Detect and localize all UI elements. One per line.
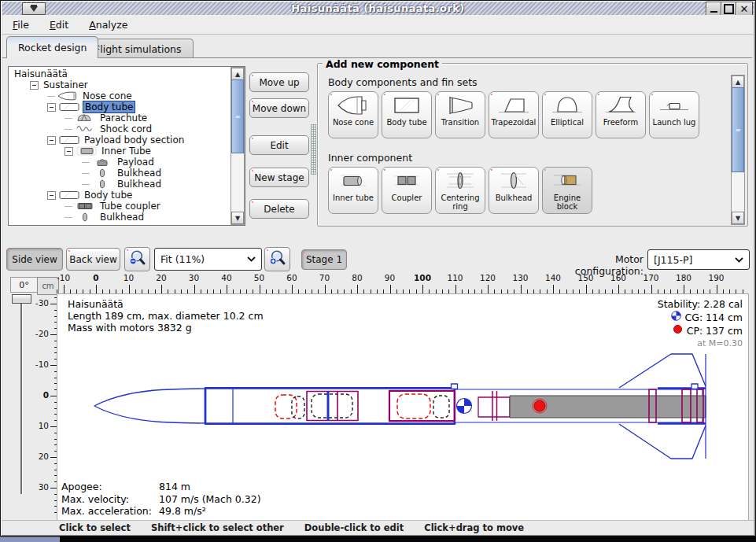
tree-item-payload-body-section[interactable]: Payload body section <box>9 135 228 146</box>
stage-1-toggle[interactable]: Stage 1 <box>301 249 347 270</box>
bodytube-icon <box>59 135 83 145</box>
add-launch-lug-button[interactable]: Launch lug <box>649 91 699 138</box>
back-view-button[interactable]: Back view <box>66 248 120 271</box>
add-freeform-button[interactable]: Freeform <box>596 91 646 138</box>
window-menu-button[interactable] <box>22 2 46 15</box>
component-button-label: Launch lug <box>653 119 696 127</box>
tree-expander-icon[interactable] <box>47 136 56 145</box>
tab-label: Rocket design <box>18 42 87 53</box>
chevron-down-icon <box>728 257 749 263</box>
add-trapezoidal-button[interactable]: Trapezoidal <box>489 91 539 138</box>
bulkhead-icon <box>92 168 116 178</box>
close-button[interactable]: ✕ <box>736 2 753 16</box>
scroll-down-button[interactable]: ▼ <box>732 212 744 224</box>
rotation-slider-handle[interactable] <box>12 294 31 304</box>
delete-button[interactable]: Delete <box>249 199 309 219</box>
new-stage-button[interactable]: New stage <box>249 168 309 187</box>
tree-expander-icon[interactable] <box>30 81 39 90</box>
minimize-button[interactable] <box>706 2 721 16</box>
trapezoidal-icon <box>496 92 531 119</box>
component-button-label: Body tube <box>386 119 426 127</box>
tree-item-body-tube[interactable]: Body tube <box>9 190 228 201</box>
tree-expander-icon[interactable] <box>47 103 56 112</box>
tree-item-shock-cord[interactable]: Shock cord <box>9 124 228 135</box>
move-up-button[interactable]: Move up <box>249 72 309 92</box>
tree-item-haisun-t-[interactable]: Haisunäätä <box>9 68 228 79</box>
tree-item-sustainer[interactable]: Sustainer <box>9 79 228 90</box>
add-bulkhead-button[interactable]: Bulkhead <box>489 167 539 214</box>
tree-item-bulkhead[interactable]: Bulkhead <box>9 212 228 223</box>
window-resize-corner[interactable] <box>0 536 60 542</box>
cp-icon <box>673 324 683 337</box>
menu-analyze[interactable]: Analyze <box>79 17 138 33</box>
motor-configuration-select[interactable]: [J115-P] <box>647 249 750 270</box>
ruler-label: 0 <box>35 390 49 400</box>
move-down-button[interactable]: Move down <box>249 98 309 118</box>
tree-expander-icon[interactable] <box>65 147 73 156</box>
tree-scrollbar[interactable]: ▲ ≡ ▼ <box>230 67 245 225</box>
zoom-level-select[interactable]: Fit (11%) <box>154 248 262 271</box>
add-engine-block-button[interactable]: Engine block <box>542 167 592 214</box>
tree-item-bulkhead[interactable]: Bulkhead <box>9 168 228 179</box>
tree-item-bulkhead[interactable]: Bulkhead <box>9 179 228 190</box>
ruler-label: 100 <box>409 273 436 282</box>
tree-item-body-tube[interactable]: Body tube <box>9 101 228 112</box>
ruler-tick <box>488 285 489 293</box>
title-bar[interactable]: Haisunäätä (haisunaata.ork) <box>2 2 754 15</box>
rotation-slider-track[interactable] <box>20 297 22 494</box>
menu-file[interactable]: File <box>2 17 39 33</box>
ruler-unit-label: cm <box>37 277 59 295</box>
add-elliptical-button[interactable]: Elliptical <box>542 91 592 138</box>
minimize-icon <box>710 11 717 13</box>
menu-edit[interactable]: Edit <box>39 17 79 33</box>
bodytube-icon <box>59 102 83 112</box>
zoom-out-icon <box>128 249 147 270</box>
scroll-down-button[interactable]: ▼ <box>231 212 244 224</box>
application-window: Haisunäätä (haisunaata.ork) ✕ FileEditAn… <box>0 0 756 542</box>
button-label: Side view <box>12 254 57 265</box>
add-nose-cone-button[interactable]: Nose cone <box>328 91 378 138</box>
scroll-up-button[interactable]: ▲ <box>732 76 744 88</box>
tree-connector <box>47 96 55 97</box>
add-centering-ring-button[interactable]: Centering ring <box>435 167 485 214</box>
tree-item-inner-tube[interactable]: Inner Tube <box>9 146 228 157</box>
component-button-label: Nose cone <box>333 119 374 127</box>
zoom-out-button[interactable] <box>124 247 150 271</box>
add-coupler-button[interactable]: Coupler <box>382 167 432 214</box>
tree-item-nose-cone[interactable]: Nose cone <box>9 90 228 101</box>
side-view-button[interactable]: Side view <box>6 248 63 271</box>
tree-expander-icon[interactable] <box>47 191 56 200</box>
ruler-tick <box>161 285 162 293</box>
edit-button[interactable]: Edit <box>249 135 309 155</box>
add-inner-tube-button[interactable]: Inner tube <box>328 167 378 214</box>
ruler-tick <box>521 285 522 293</box>
tree-item-tube-coupler[interactable]: Tube coupler <box>9 201 228 212</box>
tree-item-label: Body tube <box>83 101 135 113</box>
tree-item-parachute[interactable]: Parachute <box>9 112 228 124</box>
component-panel-scrollbar[interactable]: ▲ ≡ ▼ <box>731 75 745 225</box>
ruler-tick <box>455 285 456 293</box>
tab-flight-simulations[interactable]: Flight simulations <box>83 39 194 58</box>
scrollbar-thumb[interactable]: ≡ <box>231 79 244 153</box>
tree-item-label: Haisunäätä <box>13 68 69 79</box>
scroll-up-button[interactable]: ▲ <box>231 68 244 80</box>
add-transition-button[interactable]: Transition <box>435 91 485 138</box>
shockcord-icon <box>75 124 98 134</box>
scrollbar-thumb[interactable]: ≡ <box>732 87 744 172</box>
tab-rocket-design[interactable]: Rocket design <box>6 36 98 58</box>
maximize-button[interactable] <box>721 2 736 16</box>
zoom-in-button[interactable] <box>264 247 290 271</box>
splitter-handle[interactable] <box>311 124 316 175</box>
cg-marker <box>457 399 472 414</box>
add-body-tube-button[interactable]: Body tube <box>382 91 432 138</box>
ruler-label: 90 <box>377 273 404 282</box>
horizontal-ruler: -100102030405060708090100110120130140150… <box>57 273 747 293</box>
ruler-label: 80 <box>344 273 371 282</box>
lower-fin <box>619 424 706 459</box>
ruler-tick <box>618 285 619 293</box>
ruler-tick <box>357 285 358 293</box>
tree-item-payload[interactable]: Payload <box>9 157 228 168</box>
hint-double-click: Double-click to edit <box>304 522 404 533</box>
button-label: Back view <box>69 254 117 265</box>
component-button-label: Freeform <box>603 119 639 127</box>
